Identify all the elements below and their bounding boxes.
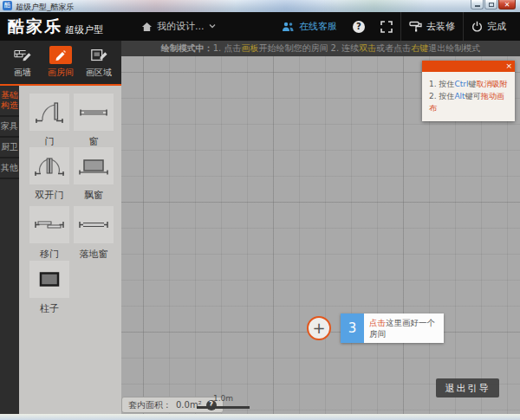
draw-area-icon [89,47,108,64]
palette-item-label: 柱子 [29,302,69,315]
my-designs-menu[interactable]: 我的设计... [141,20,216,33]
palette-item-column[interactable]: 柱子 [29,261,69,315]
shortcut-tipbox: × 1. 按住Ctrl键取消吸附 2. 按住Alt键可拖动画布 [422,61,515,121]
app-window: 酷 超级户型_酷家乐 ✕ 酷家乐 超级户型 我的设计... [0,0,520,420]
minimize-icon [475,5,480,7]
area-label: 套内面积： [128,399,172,411]
minimize-button[interactable] [471,0,484,10]
exit-guide-button[interactable]: 退出引导 [436,378,499,397]
tipbox-header: × [422,61,515,72]
double-door-icon [32,149,67,184]
app-logo: 酷家乐 [8,16,62,38]
hint-prefix: 绘制模式中： [161,42,213,55]
tool-label: 画墙 [14,67,31,79]
guide-action: 点击 [369,318,386,327]
palette-item-label: 窗 [74,135,114,148]
hint-text: 开始绘制您的房间 2. 连续 [258,42,359,55]
palette-item-sliding-door[interactable]: 移门 [29,206,69,261]
guide-step-tooltip: 3 点击这里画好一个房间 [341,313,444,343]
scale-label: 1.0m [197,394,250,403]
palette-item-french-window[interactable]: 落地窗 [74,206,114,261]
paint-roller-icon [409,21,422,32]
hint-highlight-board: 画板 [241,42,258,55]
element-palette: 门 窗 [19,86,121,414]
online-service-label: 在线客服 [299,20,337,33]
tool-label: 画房间 [48,67,74,79]
hint-highlight-rightclick: 右键 [411,42,428,55]
tab-basic-structure[interactable]: 基础构造 [0,86,19,117]
bay-window-icon [76,149,111,184]
add-room-button[interactable]: + [307,316,331,340]
draw-toolbar: 画墙 画房间 画区域 [0,41,121,84]
decorate-button[interactable]: 去装修 [401,12,463,41]
hint-text: 退出绘制模式 [428,42,480,55]
home-icon [141,22,153,32]
hint-text: 1. 点击 [213,42,242,55]
palette-item-label: 飘窗 [74,189,114,202]
tool-label: 画区域 [86,67,112,79]
palette-item-window[interactable]: 窗 [74,94,114,148]
app-logo-suffix: 超级户型 [65,23,103,36]
palette-item-bay-window[interactable]: 飘窗 [74,147,114,202]
guide-step-number: 3 [341,313,364,343]
draw-room-icon [54,48,68,62]
category-tabrail: 基础构造 家具 厨卫 其他 [0,86,19,414]
palette-item-label: 双开门 [29,189,69,202]
chevron-down-icon [209,24,216,29]
app-header: 酷家乐 超级户型 我的设计... 在线客服 ? [0,12,520,41]
draw-mode-hintbar: 绘制模式中： 1. 点击 画板 开始绘制您的房间 2. 连续 双击 或者点击 右… [121,41,520,56]
maximize-icon [489,3,494,7]
finish-label: 完成 [487,20,506,33]
palette-item-double-door[interactable]: 双开门 [29,147,69,202]
french-window-icon [76,208,111,242]
tab-other[interactable]: 其他 [0,158,19,179]
tool-draw-wall[interactable]: 画墙 [3,41,42,84]
close-button[interactable]: ✕ [498,0,516,10]
window-title: 超级户型_酷家乐 [16,2,75,13]
help-icon: ? [353,21,365,33]
palette-item-door[interactable]: 门 [29,94,69,148]
alt-key-label: Alt [454,92,465,100]
tip-line-alt: 2. 按住Alt键可拖动画布 [429,90,510,114]
hint-text: 或者点击 [376,42,411,55]
customer-service-icon [282,22,295,32]
palette-item-label: 移门 [29,248,69,261]
plus-icon: + [312,319,325,337]
help-button[interactable]: ? [345,12,373,41]
window-bottom-border [0,414,520,420]
maximize-button[interactable] [484,0,497,10]
tab-furniture[interactable]: 家具 [0,117,19,138]
scale-bar [197,406,250,409]
floorplan-canvas[interactable]: × 1. 按住Ctrl键取消吸附 2. 按住Alt键可拖动画布 + 3 点击这里… [121,56,520,414]
ctrl-key-label: Ctrl [454,80,468,88]
tip-line-ctrl: 1. 按住Ctrl键取消吸附 [429,78,510,90]
finish-button[interactable]: 完成 [464,12,520,41]
scale-ruler: 1.0m [197,394,250,409]
draw-wall-icon [13,47,32,64]
my-designs-label: 我的设计... [157,20,205,33]
tab-kitchen-bath[interactable]: 厨卫 [0,138,19,158]
tipbox-close-icon[interactable]: × [505,61,512,72]
door-icon [32,95,67,130]
decorate-label: 去装修 [426,20,455,33]
app-icon: 酷 [3,1,12,10]
fullscreen-button[interactable] [373,12,400,41]
sliding-door-icon [32,208,67,242]
tool-draw-area[interactable]: 画区域 [80,41,118,84]
fullscreen-icon [380,21,393,33]
column-icon [32,262,67,297]
os-titlebar: 酷 超级户型_酷家乐 ✕ [0,0,520,12]
palette-item-label: 门 [29,135,69,148]
online-service-button[interactable]: 在线客服 [274,12,345,41]
hint-highlight-doubleclick: 双击 [359,42,376,55]
window-icon [76,95,111,130]
tipbox-body: 1. 按住Ctrl键取消吸附 2. 按住Alt键可拖动画布 [422,72,515,121]
power-icon [471,21,483,32]
guide-step-text: 点击这里画好一个房间 [364,313,444,343]
close-icon: ✕ [504,1,510,9]
palette-item-label: 落地窗 [74,248,114,261]
tool-draw-room[interactable]: 画房间 [42,41,80,84]
